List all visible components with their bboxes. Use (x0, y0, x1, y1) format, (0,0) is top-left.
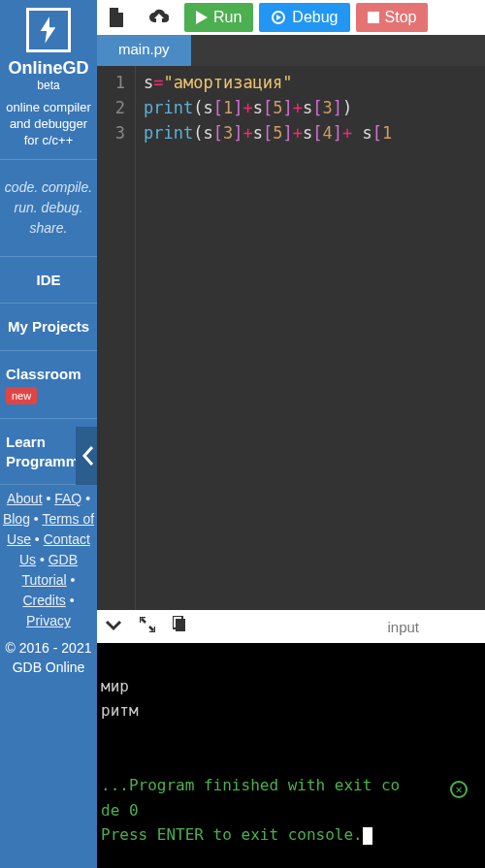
copyright: © 2016 - 2021 GDB Online (0, 635, 97, 687)
output-line-1: мир (101, 677, 129, 695)
chevron-left-icon (81, 445, 94, 466)
console-toolbar: input (97, 610, 485, 643)
debug-button[interactable]: Debug (259, 3, 349, 32)
link-blog[interactable]: Blog (3, 511, 30, 527)
line-gutter: 123 (97, 66, 136, 610)
link-about[interactable]: About (7, 491, 43, 506)
debug-label: Debug (292, 9, 338, 26)
stop-icon (368, 12, 379, 23)
svg-rect-1 (368, 12, 379, 23)
tab-main-py[interactable]: main.py (97, 35, 191, 66)
console-input-label: input (387, 619, 419, 635)
toolbar: Run Debug Stop (97, 0, 485, 35)
exit-line-2: de 0 (101, 801, 139, 820)
tabbar: main.py (97, 35, 485, 66)
nav-my-projects[interactable]: My Projects (0, 304, 97, 351)
console-copy[interactable] (173, 616, 188, 637)
badge-new: new (6, 387, 37, 404)
bolt-icon (38, 16, 59, 44)
nav-ide[interactable]: IDE (0, 257, 97, 305)
file-icon (109, 8, 124, 27)
new-file-button[interactable] (99, 0, 134, 35)
chevron-down-icon (105, 620, 122, 631)
nav-classroom[interactable]: Classroom new (0, 351, 97, 420)
svg-rect-2 (176, 619, 185, 631)
sidebar-collapse[interactable] (76, 427, 97, 485)
debug-icon (271, 10, 286, 25)
console-expand[interactable] (140, 617, 155, 636)
console-collapse[interactable] (105, 618, 122, 635)
logo[interactable] (26, 8, 71, 52)
footer-links: About • FAQ • Blog • Terms of Use • Cont… (0, 485, 97, 635)
motto: code. compile. run. debug. share. (0, 160, 97, 257)
output-line-2: ритм (101, 701, 139, 720)
exit-prompt: Press ENTER to exit console. (101, 825, 363, 844)
brand-beta: beta (0, 79, 97, 92)
cloud-upload-icon (149, 9, 169, 26)
console-output[interactable]: мир ритм ...Program finished with exit c… (97, 643, 485, 868)
console-close[interactable]: ✕ (450, 781, 468, 798)
code-content[interactable]: s="амортизация" print(s[1]+s[5]+s[3]) pr… (136, 66, 485, 610)
link-privacy[interactable]: Privacy (26, 613, 71, 628)
nav-classroom-label: Classroom (6, 366, 81, 382)
link-faq[interactable]: FAQ (54, 491, 81, 506)
code-editor[interactable]: 123 s="амортизация" print(s[1]+s[5]+s[3]… (97, 66, 485, 610)
link-credits[interactable]: Credits (22, 593, 65, 608)
run-button[interactable]: Run (184, 3, 253, 32)
run-label: Run (213, 9, 242, 26)
cursor (363, 827, 372, 845)
stop-button[interactable]: Stop (356, 3, 429, 32)
stop-label: Stop (385, 9, 417, 26)
exit-line-1: ...Program finished with exit co (101, 776, 400, 794)
expand-icon (140, 617, 155, 632)
sidebar: OnlineGD beta online compiler and debugg… (0, 0, 97, 868)
main-area: Run Debug Stop main.py 123 s="амортизаци… (97, 0, 485, 868)
brand-name: OnlineGD (0, 58, 97, 79)
play-icon (196, 11, 208, 24)
tagline: online compiler and debugger for c/c++ (0, 100, 97, 160)
copy-icon (173, 616, 188, 633)
upload-button[interactable] (140, 0, 178, 35)
